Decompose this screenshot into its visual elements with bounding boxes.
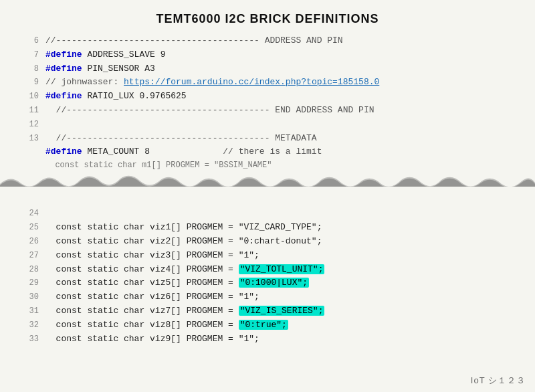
- line-number: 30: [20, 291, 39, 304]
- code-text: #define META_COUNT 8 // there is a limit: [45, 145, 322, 159]
- code-text: //--------------------------------------…: [45, 132, 317, 146]
- code-text: const static char m1[] PROGMEM = "BSSIM_…: [45, 159, 272, 172]
- line-number: 31: [20, 305, 39, 318]
- highlight-viz7: "VIZ_IS_SERIES";: [239, 306, 325, 316]
- code-line-partial: const static char m1[] PROGMEM = "BSSIM_…: [20, 159, 515, 172]
- line-number: 11: [20, 104, 39, 117]
- code-top: 6 //------------------------------------…: [0, 34, 535, 172]
- code-line-24: 24: [20, 207, 515, 221]
- code-text: const static char viz3[] PROGMEM = "1";: [45, 249, 259, 263]
- torn-separator: [0, 172, 535, 207]
- code-line-13: 13 //-----------------------------------…: [20, 132, 515, 146]
- code-text: const static char viz4[] PROGMEM = "VIZ_…: [45, 263, 324, 277]
- line-number: 6: [20, 35, 39, 47]
- highlight-viz8: "0:true";: [239, 320, 288, 330]
- page-title: TEMT6000 I2C BRICK DEFINITIONS: [0, 0, 535, 34]
- code-text: [45, 118, 51, 132]
- line-number: 12: [20, 118, 39, 131]
- line-number: [20, 159, 39, 172]
- code-text: #define ADDRESS_SLAVE 9: [45, 48, 165, 62]
- code-text: const static char viz2[] PROGMEM = "0:ch…: [45, 235, 322, 249]
- code-line-8: 8 #define PIN_SENSOR A3: [20, 62, 515, 76]
- code-line-25: 25 const static char viz1[] PROGMEM = "V…: [20, 221, 515, 235]
- line-number: 24: [20, 207, 39, 220]
- line-number: 26: [20, 235, 39, 248]
- code-line-12: 12: [20, 118, 515, 132]
- line-number: 25: [20, 221, 39, 234]
- line-number: 29: [20, 277, 39, 290]
- code-line-29: 29 const static char viz5[] PROGMEM = "0…: [20, 276, 515, 290]
- code-line-28: 28 const static char viz4[] PROGMEM = "V…: [20, 263, 515, 277]
- line-number: 27: [20, 250, 39, 262]
- line-number: 9: [20, 76, 39, 89]
- line-number: 28: [20, 264, 39, 276]
- code-line-6: 6 //------------------------------------…: [20, 34, 515, 48]
- code-line-31: 31 const static char viz7[] PROGMEM = "V…: [20, 304, 515, 318]
- highlight-viz5: "0:1000|LUX";: [239, 278, 309, 288]
- code-line-27: 27 const static char viz3[] PROGMEM = "1…: [20, 249, 515, 263]
- code-text: // johnwasser: https://forum.arduino.cc/…: [45, 76, 379, 90]
- code-text: const static char viz6[] PROGMEM = "1";: [45, 290, 259, 304]
- code-text: //--------------------------------------…: [45, 34, 343, 48]
- forum-link[interactable]: https://forum.arduino.cc/index.php?topic…: [124, 77, 379, 87]
- code-text: const static char viz5[] PROGMEM = "0:10…: [45, 276, 309, 290]
- code-text: [45, 207, 51, 221]
- code-text: const static char viz7[] PROGMEM = "VIZ_…: [45, 304, 324, 318]
- code-line-33: 33 const static char viz9[] PROGMEM = "1…: [20, 332, 515, 347]
- highlight-viz4: "VIZ_TOTL_UNIT";: [239, 264, 325, 274]
- code-text: //--------------------------------------…: [45, 104, 374, 118]
- watermark: IoT シ１２３: [471, 375, 526, 387]
- code-line-9: 9 // johnwasser: https://forum.arduino.c…: [20, 76, 515, 90]
- code-text: const static char viz9[] PROGMEM = "1";: [45, 332, 259, 347]
- code-line-11: 11 //-----------------------------------…: [20, 104, 515, 118]
- line-number: 33: [20, 333, 39, 346]
- line-number: 10: [20, 90, 39, 103]
- code-bottom: 24 25 const static char viz1[] PROGMEM =…: [0, 207, 535, 346]
- code-line-26: 26 const static char viz2[] PROGMEM = "0…: [20, 235, 515, 249]
- line-number: 13: [20, 132, 39, 145]
- code-text: #define RATIO_LUX 0.9765625: [45, 90, 187, 104]
- code-text: #define PIN_SENSOR A3: [45, 62, 155, 76]
- line-number: 7: [20, 49, 39, 62]
- code-text: const static char viz1[] PROGMEM = "VIZ_…: [45, 221, 322, 235]
- code-line-30: 30 const static char viz6[] PROGMEM = "1…: [20, 290, 515, 304]
- line-number: 32: [20, 319, 39, 332]
- code-text: const static char viz8[] PROGMEM = "0:tr…: [45, 318, 288, 332]
- line-number: 8: [20, 63, 39, 76]
- line-number: [20, 146, 39, 159]
- code-line-32: 32 const static char viz8[] PROGMEM = "0…: [20, 318, 515, 332]
- code-line-7: 7 #define ADDRESS_SLAVE 9: [20, 48, 515, 62]
- code-line-10: 10 #define RATIO_LUX 0.9765625: [20, 90, 515, 104]
- code-line-meta: #define META_COUNT 8 // there is a limit: [20, 145, 515, 159]
